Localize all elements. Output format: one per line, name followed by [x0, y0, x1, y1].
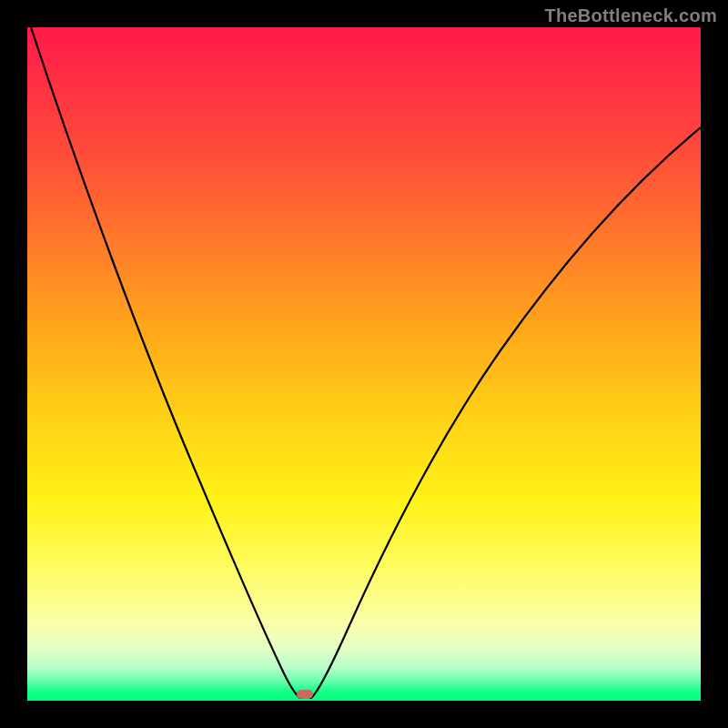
optimum-marker [297, 690, 313, 699]
watermark-text: TheBottleneck.com [544, 5, 717, 26]
chart-frame: TheBottleneck.com [0, 0, 728, 728]
bottleneck-curve [31, 27, 701, 698]
plot-area [27, 27, 701, 701]
curve-svg [27, 27, 701, 701]
